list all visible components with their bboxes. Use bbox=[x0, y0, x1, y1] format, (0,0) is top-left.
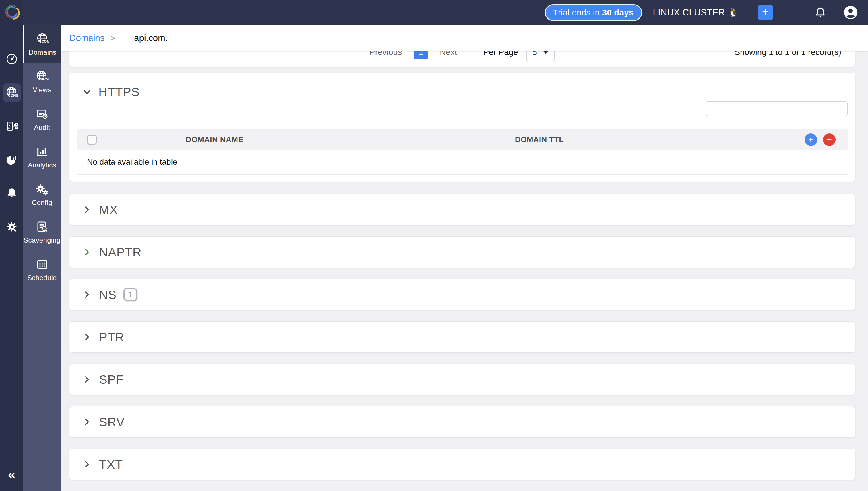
subnav: COM Domains VIEWS Views bbox=[23, 25, 61, 491]
section-title: HTTPS bbox=[99, 85, 139, 99]
plus-icon bbox=[808, 136, 814, 143]
chevron-right-icon bbox=[82, 247, 92, 257]
sidebar-item-views[interactable]: VIEWS Views bbox=[23, 62, 61, 100]
section-title: TXT bbox=[99, 457, 123, 471]
per-page-select[interactable]: 5 bbox=[526, 51, 555, 61]
icon-rail: DNS bbox=[0, 0, 23, 491]
sidebar-collapse-button[interactable]: « bbox=[0, 467, 23, 481]
notifications-bell-icon[interactable] bbox=[814, 6, 827, 19]
pagination-page-1-button[interactable]: 1 bbox=[414, 51, 428, 59]
section-card-mx[interactable]: MX bbox=[69, 194, 856, 225]
sidebar-item-label: Scavenging bbox=[24, 236, 60, 244]
svg-text:DNS: DNS bbox=[10, 93, 18, 97]
trial-days: 30 days bbox=[602, 8, 634, 18]
records-table: DOMAIN NAME DOMAIN TTL bbox=[77, 129, 848, 175]
section-card-ns[interactable]: NS 1 bbox=[69, 279, 856, 310]
table-row: No data available in table bbox=[77, 150, 848, 175]
main-content: Previous 1 Next Per Page 5 Showing 1 to … bbox=[61, 51, 868, 491]
section-card-spf[interactable]: SPF bbox=[69, 364, 856, 395]
rail-items: DNS bbox=[3, 50, 21, 251]
pagination-card: Previous 1 Next Per Page 5 Showing 1 to … bbox=[69, 51, 856, 67]
audit-log-icon bbox=[35, 107, 49, 121]
app-window: DNS bbox=[0, 0, 868, 491]
delete-record-button[interactable] bbox=[823, 133, 836, 146]
sidebar-item-label: Analytics bbox=[28, 161, 56, 169]
chevron-right-icon bbox=[82, 417, 92, 427]
section-card-ptr[interactable]: PTR bbox=[69, 321, 856, 353]
rail-dns-button[interactable]: DNS bbox=[3, 83, 21, 102]
svg-text:COM: COM bbox=[41, 39, 49, 44]
empty-table-message: No data available in table bbox=[77, 157, 177, 167]
column-header-domain-ttl: DOMAIN TTL bbox=[515, 135, 564, 144]
section-title: PTR bbox=[99, 330, 124, 344]
sidebar-item-label: Views bbox=[33, 86, 51, 94]
user-avatar-icon[interactable] bbox=[843, 5, 858, 20]
section-title: SRV bbox=[99, 415, 125, 429]
sidebar-item-scavenging[interactable]: Scavenging bbox=[23, 213, 61, 250]
add-record-button[interactable] bbox=[805, 133, 817, 146]
column-header-domain-name: DOMAIN NAME bbox=[186, 135, 243, 144]
chevron-down-icon bbox=[543, 51, 548, 54]
sidebar-item-label: Config bbox=[32, 199, 52, 207]
section-title: NS bbox=[99, 288, 116, 302]
rail-dashboard-button[interactable] bbox=[3, 50, 21, 68]
section-title: SPF bbox=[99, 373, 124, 386]
https-section-header[interactable]: HTTPS bbox=[77, 85, 848, 99]
sidebar-item-label: Domains bbox=[29, 49, 57, 57]
app-logo[interactable] bbox=[3, 3, 20, 21]
pie-chart-icon bbox=[5, 153, 18, 166]
analytics-bars-icon bbox=[35, 145, 49, 158]
trial-badge[interactable]: Trial ends in 30 days bbox=[545, 4, 642, 21]
dns-globe-icon: DNS bbox=[5, 86, 18, 99]
sidebar-item-audit[interactable]: Audit bbox=[23, 100, 61, 138]
chevron-down-icon bbox=[82, 87, 92, 97]
bell-filled-icon bbox=[5, 187, 18, 200]
section-title: MX bbox=[99, 203, 118, 217]
rail-notifications-button[interactable] bbox=[3, 184, 21, 202]
breadcrumb-domains-link[interactable]: Domains bbox=[70, 33, 105, 43]
breadcrumb-current-domain: api.com. bbox=[134, 33, 168, 43]
section-card-txt[interactable]: TXT bbox=[69, 449, 856, 480]
cluster-name: LINUX CLUSTER 🐧 bbox=[653, 7, 739, 18]
chevron-right-icon bbox=[82, 289, 92, 300]
dashboard-gauge-icon bbox=[5, 53, 18, 66]
record-count-badge: 1 bbox=[124, 288, 137, 301]
views-globe-icon: VIEWS bbox=[35, 70, 49, 83]
rail-zones-button[interactable] bbox=[3, 117, 21, 135]
chevron-right-icon bbox=[82, 459, 92, 469]
sidebar-item-config[interactable]: Config bbox=[23, 175, 61, 213]
section-card-srv[interactable]: SRV bbox=[69, 406, 856, 438]
sidebar-item-label: Audit bbox=[34, 124, 50, 132]
global-add-button[interactable]: + bbox=[758, 5, 773, 20]
scavenging-search-doc-icon bbox=[35, 220, 49, 234]
records-summary: Showing 1 to 1 of 1 record(s) bbox=[735, 51, 841, 57]
section-card-naptr[interactable]: NAPTR bbox=[69, 236, 856, 268]
per-page-label: Per Page bbox=[483, 51, 518, 57]
trial-text: Trial ends in bbox=[553, 8, 602, 18]
chevron-right-icon bbox=[82, 332, 92, 342]
sidebar-item-label: Schedule bbox=[27, 274, 57, 282]
select-all-checkbox[interactable] bbox=[87, 135, 97, 145]
domains-globe-icon: COM bbox=[35, 32, 49, 46]
breadcrumb-separator: > bbox=[110, 34, 115, 43]
sidebar-item-domains[interactable]: COM Domains bbox=[23, 25, 61, 62]
records-search-input[interactable] bbox=[706, 101, 848, 116]
pagination-previous-button[interactable]: Previous bbox=[370, 51, 402, 57]
schedule-calendar-icon bbox=[35, 258, 49, 271]
records-table-header: DOMAIN NAME DOMAIN TTL bbox=[77, 129, 848, 150]
sidebar-item-analytics[interactable]: Analytics bbox=[23, 138, 61, 175]
topbar: Trial ends in 30 days LINUX CLUSTER 🐧 + bbox=[23, 0, 868, 25]
minus-icon bbox=[826, 136, 833, 143]
chevron-right-icon bbox=[82, 204, 92, 215]
rail-settings-button[interactable] bbox=[3, 218, 21, 236]
config-gears-icon bbox=[35, 182, 49, 196]
per-page-value: 5 bbox=[533, 51, 537, 57]
pagination-next-button[interactable]: Next bbox=[440, 51, 457, 57]
sidebar-item-schedule[interactable]: Schedule bbox=[23, 250, 61, 288]
section-card-https: HTTPS DOMAIN NAME DOMAIN TTL bbox=[69, 73, 856, 182]
document-network-icon bbox=[5, 120, 18, 133]
gear-wrench-icon bbox=[5, 220, 18, 233]
svg-text:VIEWS: VIEWS bbox=[40, 77, 49, 81]
rail-reports-button[interactable] bbox=[3, 150, 21, 169]
section-title: NAPTR bbox=[99, 245, 141, 259]
